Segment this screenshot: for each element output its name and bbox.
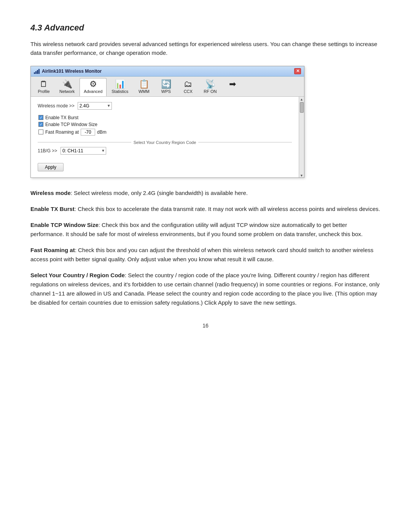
region-code-select-wrapper: 0: CH1-11 ▼ (61, 147, 106, 155)
tx-burst-row: ✓ Enable TX Burst (38, 115, 292, 120)
wireless-mode-select[interactable]: 2.4G (78, 102, 112, 110)
tcp-window-row: ✓ Enable TCP Window Size (38, 122, 292, 127)
desc-fast-roaming-bold: Fast Roaming at (30, 247, 75, 253)
wmm-icon: 📋 (139, 80, 149, 88)
desc-region-code-bold: Select Your Country / Region Code (30, 272, 125, 278)
region-right-line (198, 142, 292, 142)
network-icon: 🔌 (62, 80, 72, 88)
wps-label: WPS (161, 89, 171, 94)
wmm-label: WMM (139, 89, 150, 94)
arrow-icon: ➡ (229, 80, 236, 88)
region-code-label: 11B/G >> (38, 148, 57, 153)
region-left-line (38, 142, 131, 142)
page-number: 16 (30, 323, 381, 329)
desc-wireless-mode-rest: : Select wireless mode, only 2.4G (singl… (71, 190, 248, 196)
tx-burst-check-mark: ✓ (40, 116, 43, 120)
ccx-label: CCX (184, 89, 193, 94)
desc-tx-burst: Enable TX Burst: Check this box to accel… (30, 204, 381, 214)
tx-burst-checkbox[interactable]: ✓ (38, 115, 43, 120)
region-code-row: 11B/G >> 0: CH1-11 ▼ (38, 147, 292, 155)
toolbar-btn-arrow[interactable]: ➡ (222, 78, 243, 96)
region-code-select[interactable]: 0: CH1-11 (61, 147, 106, 155)
fast-roaming-row: Fast Roaming at dBm (38, 129, 292, 136)
desc-tcp-window: Enable TCP Window Size: Check this box a… (30, 220, 381, 239)
tcp-window-check-mark: ✓ (40, 123, 43, 126)
ccx-icon: 🗂 (184, 80, 192, 88)
desc-wireless-mode-bold: Wireless mode (30, 190, 71, 196)
network-label: Network (59, 89, 75, 94)
toolbar-btn-wps[interactable]: 🔄 WPS (155, 78, 177, 96)
fast-roaming-label: Fast Roaming at (45, 129, 79, 135)
tx-burst-label: Enable TX Burst (45, 115, 78, 120)
tcp-window-checkbox[interactable]: ✓ (38, 122, 43, 127)
window-body-outer: Wireless mode >> 2.4G ▼ ✓ Enable TX Burs… (31, 97, 304, 177)
toolbar-btn-statistics[interactable]: 📊 Statistics (107, 78, 132, 96)
signal-icon (34, 69, 40, 74)
profile-label: Profile (38, 89, 49, 94)
rfon-label: RF ON (204, 89, 217, 94)
statistics-label: Statistics (112, 89, 128, 94)
toolbar-btn-wmm[interactable]: 📋 WMM (133, 78, 155, 96)
scrollbar-up-arrow[interactable]: ▲ (300, 97, 303, 101)
close-button[interactable]: ✕ (294, 68, 301, 74)
desc-fast-roaming-rest: : Check this box and you can adjust the … (30, 247, 373, 262)
toolbar-btn-ccx[interactable]: 🗂 CCX (177, 78, 199, 96)
wireless-mode-row: Wireless mode >> 2.4G ▼ (38, 102, 292, 110)
window-body: Wireless mode >> 2.4G ▼ ✓ Enable TX Burs… (31, 97, 299, 177)
region-label-line: Select Your Country Region Code (38, 140, 292, 145)
desc-tcp-window-bold: Enable TCP Window Size (30, 222, 99, 228)
window-title: Airlink101 Wireless Monitor (42, 69, 102, 74)
intro-text: This wireless network card provides seve… (30, 40, 381, 58)
fast-roaming-checkbox[interactable] (38, 129, 43, 134)
statistics-icon: 📊 (115, 80, 125, 88)
toolbar-btn-network[interactable]: 🔌 Network (55, 78, 79, 96)
titlebar-left: Airlink101 Wireless Monitor (34, 69, 102, 74)
scrollbar-thumb[interactable] (300, 102, 304, 113)
scrollbar[interactable]: ▲ ▼ (299, 97, 304, 177)
desc-fast-roaming: Fast Roaming at: Check this box and you … (30, 246, 381, 264)
section-title: 4.3 Advanced (30, 23, 381, 33)
checkboxes-group: ✓ Enable TX Burst ✓ Enable TCP Window Si… (38, 115, 292, 136)
desc-tx-burst-bold: Enable TX Burst (30, 206, 75, 212)
advanced-label: Advanced (84, 89, 102, 94)
toolbar: 🗒 Profile 🔌 Network ⚙ Advanced 📊 Statist… (31, 77, 304, 97)
tcp-window-label: Enable TCP Window Size (45, 122, 97, 127)
fast-roaming-unit: dBm (97, 129, 107, 135)
wps-icon: 🔄 (161, 80, 171, 88)
advanced-icon: ⚙ (89, 80, 97, 88)
toolbar-btn-profile[interactable]: 🗒 Profile (33, 78, 54, 96)
apply-button[interactable]: Apply (38, 163, 64, 171)
profile-icon: 🗒 (40, 80, 48, 88)
rfon-icon: 📡 (205, 80, 215, 88)
toolbar-btn-advanced[interactable]: ⚙ Advanced (80, 78, 107, 96)
titlebar: Airlink101 Wireless Monitor ✕ (31, 66, 304, 77)
toolbar-btn-rfon[interactable]: 📡 RF ON (199, 78, 221, 96)
app-window: Airlink101 Wireless Monitor ✕ 🗒 Profile … (30, 66, 304, 178)
desc-wireless-mode: Wireless mode: Select wireless mode, onl… (30, 189, 381, 198)
region-section-label: Select Your Country Region Code (134, 140, 196, 145)
region-code-section: Select Your Country Region Code 11B/G >>… (38, 140, 292, 155)
scrollbar-down-arrow[interactable]: ▼ (300, 174, 303, 177)
wireless-mode-label: Wireless mode >> (38, 103, 75, 109)
wireless-mode-select-wrapper: 2.4G ▼ (78, 102, 112, 110)
desc-tx-burst-rest: : Check this box to accelerate the data … (75, 206, 380, 212)
desc-region-code: Select Your Country / Region Code: Selec… (30, 271, 381, 307)
fast-roaming-input[interactable] (81, 129, 95, 136)
